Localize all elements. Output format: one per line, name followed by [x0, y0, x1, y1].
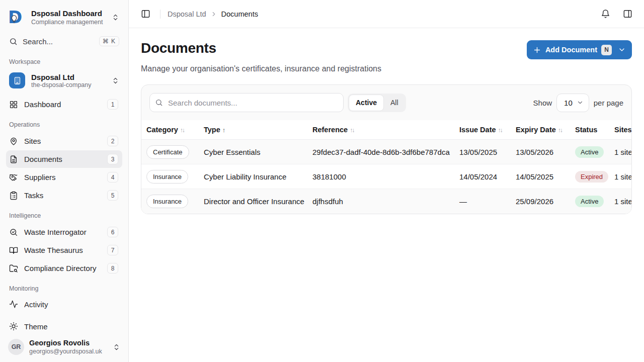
panel-left-icon [141, 9, 150, 19]
dsposal-logo-icon: D [8, 7, 26, 27]
type-cell: Cyber Essentials [199, 140, 307, 164]
chevron-right-icon [210, 11, 217, 18]
sidebar-item-label: Sites [24, 137, 101, 145]
add-document-button[interactable]: Add Document N [527, 40, 632, 59]
reference-cell: 29fdec37-dadf-40de-8d6b-3df6be787dca [307, 140, 454, 164]
status-badge: Expired [575, 171, 608, 183]
sort-icon: ↑↓ [180, 127, 184, 134]
shortcut-badge: 3 [107, 154, 118, 164]
status-filter-tabs: Active All [348, 94, 406, 112]
workspace-name: Dsposal Ltd [31, 73, 106, 81]
user-menu[interactable]: GR Georgios Rovolis georgios@yourdsposal… [6, 335, 122, 357]
workspace-section-label: Workspace [6, 58, 122, 65]
dashboard-icon [9, 100, 18, 109]
tab-active[interactable]: Active [349, 95, 384, 111]
shortcut-badge: 1 [107, 99, 118, 110]
column-header-expiry-date[interactable]: Expiry Date↑↓ [511, 120, 570, 140]
column-header-type[interactable]: Type↑ [199, 120, 307, 140]
sidebar-nav: Workspace Dsposal Ltd the-dsposal-compan… [6, 50, 122, 317]
tab-all[interactable]: All [384, 95, 405, 111]
app-switcher[interactable]: D Dsposal Dashboard Compliance managemen… [6, 5, 122, 32]
shortcut-badge: 5 [107, 190, 118, 201]
status-cell: Expired [570, 164, 609, 189]
category-badge: Insurance [146, 195, 188, 208]
table-row[interactable]: Insurance Director and Officer Insurance… [141, 189, 632, 214]
page-subtitle: Manage your organisation's certificates,… [141, 64, 632, 73]
category-badge: Insurance [146, 170, 188, 184]
breadcrumb-current: Documents [221, 10, 258, 18]
sidebar-item-activity[interactable]: Activity [6, 296, 122, 312]
search-shortcut-badge: ⌘ K [99, 36, 119, 46]
category-cell: Certificate [141, 140, 199, 164]
shortcut-badge: 4 [107, 172, 118, 183]
table-row[interactable]: Certificate Cyber Essentials 29fdec37-da… [141, 140, 632, 164]
sidebar-item-label: Waste Thesaurus [24, 246, 101, 254]
status-badge: Active [575, 146, 604, 158]
shortcut-badge: 7 [107, 245, 118, 255]
sidebar-toggle-button[interactable] [138, 7, 153, 22]
breadcrumb: Dsposal Ltd Documents [168, 10, 258, 18]
sidebar-item-waste-interrogator[interactable]: Waste Interrogator 6 [6, 223, 122, 241]
documents-toolbar: Active All Show 10 per page [141, 85, 631, 120]
sidebar-search[interactable]: Search... ⌘ K [6, 32, 122, 50]
notifications-button[interactable] [598, 7, 613, 22]
status-cell: Active [570, 189, 609, 214]
shortcut-badge: 2 [107, 136, 118, 146]
sidebar-item-tasks[interactable]: Tasks 5 [6, 187, 122, 204]
search-check-icon [9, 228, 18, 237]
sidebar-item-suppliers[interactable]: Suppliers 4 [6, 168, 122, 186]
sidebar-footer: Theme GR Georgios Rovolis georgios@yourd… [6, 317, 122, 357]
documents-search-input[interactable] [149, 93, 344, 112]
expiry-date-cell: 25/09/2026 [511, 189, 570, 214]
handshake-icon [9, 173, 18, 182]
show-label: Show [533, 99, 552, 107]
topbar: Dsposal Ltd Documents [129, 0, 644, 28]
sidebar-item-sites[interactable]: Sites 2 [6, 132, 122, 150]
shortcut-badge: 6 [107, 227, 118, 237]
category-cell: Insurance [141, 189, 199, 214]
bell-icon [601, 9, 610, 19]
workspace-building-icon [9, 72, 25, 88]
sort-asc-icon: ↑ [222, 126, 226, 134]
theme-label: Theme [24, 322, 118, 331]
expiry-date-cell: 14/05/2025 [511, 164, 570, 189]
column-header-issue-date[interactable]: Issue Date↑↓ [454, 120, 511, 140]
sidebar-item-dashboard[interactable]: Dashboard 1 [6, 96, 122, 113]
type-cell: Cyber Liability Insurance [199, 164, 307, 189]
chevrons-up-down-icon [112, 14, 119, 21]
chevron-down-icon [577, 99, 584, 106]
workspace-switcher[interactable]: Dsposal Ltd the-dsposal-company [6, 69, 122, 92]
category-cell: Insurance [141, 164, 199, 189]
topbar-divider [160, 10, 160, 19]
sidebar-item-label: Compliance Directory [24, 264, 101, 273]
issue-date-cell: — [454, 189, 511, 214]
documents-search [149, 93, 344, 112]
chevron-down-icon[interactable] [618, 46, 626, 54]
activity-icon [9, 300, 18, 309]
column-header-category[interactable]: Category↑↓ [141, 120, 199, 140]
sidebar-item-label: Waste Interrogator [24, 228, 101, 236]
sidebar-item-waste-thesaurus[interactable]: Waste Thesaurus 7 [6, 241, 122, 259]
sites-cell: 1 site [609, 140, 632, 164]
search-icon [9, 37, 18, 46]
column-header-reference[interactable]: Reference↑↓ [307, 120, 454, 140]
add-document-label: Add Document [545, 46, 597, 54]
sites-cell: 1 site [609, 164, 632, 189]
monitoring-section-label: Monitoring [6, 285, 122, 292]
breadcrumb-parent[interactable]: Dsposal Ltd [168, 10, 206, 18]
expiry-date-cell: 13/05/2026 [511, 140, 570, 164]
page-size-select[interactable]: 10 [556, 94, 589, 112]
theme-toggle[interactable]: Theme [6, 318, 122, 334]
avatar: GR [8, 339, 24, 355]
app-subtitle: Compliance management [31, 19, 107, 26]
page-title: Documents [141, 40, 216, 56]
page-size-value: 10 [564, 99, 573, 107]
sidebar-item-compliance-directory[interactable]: Compliance Directory 8 [6, 259, 122, 277]
intelligence-section-label: Intelligence [6, 212, 122, 219]
right-panel-toggle-button[interactable] [620, 7, 635, 22]
sidebar-item-documents[interactable]: Documents 3 [6, 150, 122, 168]
table-row[interactable]: Insurance Cyber Liability Insurance 3818… [141, 164, 632, 189]
issue-date-cell: 13/05/2025 [454, 140, 511, 164]
documents-card: Active All Show 10 per page [141, 84, 632, 214]
add-document-shortcut-badge: N [601, 45, 612, 55]
